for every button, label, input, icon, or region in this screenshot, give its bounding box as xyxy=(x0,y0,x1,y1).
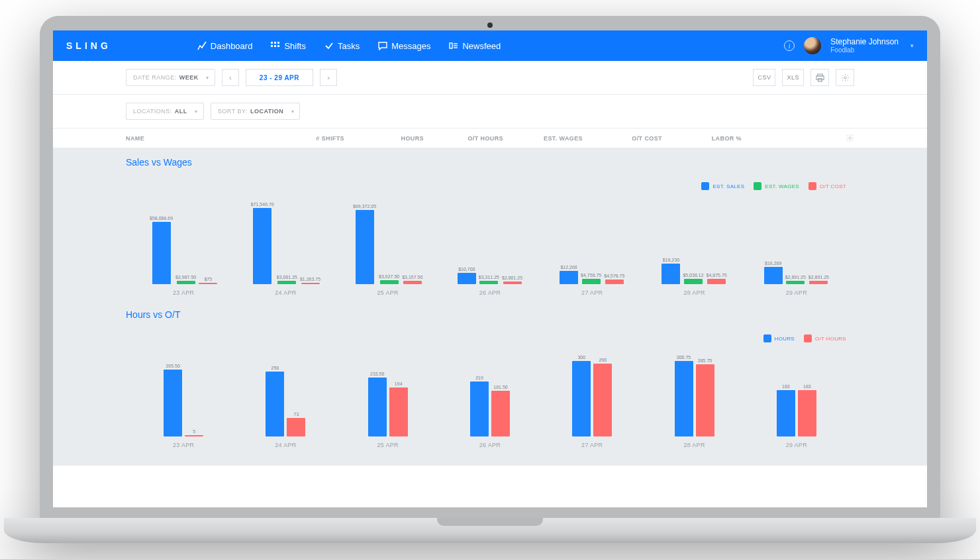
bar: $75 xyxy=(199,277,217,284)
info-icon[interactable]: i xyxy=(784,40,795,51)
bar-value-label: 285.75 xyxy=(698,358,712,363)
bar-value-label: $4,875.75 xyxy=(707,273,727,278)
chat-icon xyxy=(378,41,387,50)
legend-1: EST. SALES EST. WAGES O/T COST xyxy=(134,182,846,190)
bar: $58,086.69 xyxy=(150,216,173,284)
col-est-wages: EST. WAGES xyxy=(503,135,583,142)
bar: $16,289 xyxy=(764,261,783,284)
topbar-right: i Stephanie Johnson Foodlab ▾ xyxy=(784,37,914,54)
export-csv-button[interactable]: CSV xyxy=(753,69,775,86)
bar: 258 xyxy=(266,366,284,436)
bar: $10,700 xyxy=(458,267,476,284)
axis-category-label: 26 APR xyxy=(479,289,501,296)
day-group: $10,700$3,311.25$2,801.2526 APR xyxy=(440,198,540,296)
bar-value-label: $2,801.25 xyxy=(502,276,522,280)
user-name: Stephanie Johnson xyxy=(830,38,899,46)
axis-category-label: 27 APR xyxy=(581,289,603,296)
user-menu[interactable]: Stephanie Johnson Foodlab xyxy=(830,38,899,54)
nav-shifts[interactable]: Shifts xyxy=(271,41,306,51)
date-display[interactable]: 23 - 29 APR xyxy=(246,69,313,86)
print-icon xyxy=(816,74,824,82)
bar: $3,157.50 xyxy=(402,275,422,284)
locations-label: LOCATIONS: xyxy=(133,108,172,115)
day-group: 219181.5026 APR xyxy=(440,350,540,448)
svg-rect-3 xyxy=(271,45,273,47)
svg-rect-11 xyxy=(816,76,823,79)
next-week-button[interactable]: › xyxy=(320,69,337,86)
date-range-select[interactable]: DATE RANGE: WEEK xyxy=(126,69,215,86)
dashboard-icon xyxy=(197,41,207,50)
main-nav: Dashboard Shifts Tasks xyxy=(197,41,501,51)
axis-category-label: 24 APR xyxy=(275,289,296,296)
axis-category-label: 29 APR xyxy=(786,442,807,448)
grid-icon xyxy=(271,41,280,50)
bar-value-label: 183 xyxy=(782,384,790,389)
bar-value-label: $3,627.50 xyxy=(379,274,399,279)
section-title-sales: Sales vs Wages xyxy=(53,148,927,173)
day-group: 18318329 APR xyxy=(747,350,846,448)
bar: 73 xyxy=(287,412,305,436)
svg-rect-4 xyxy=(274,45,276,47)
columns-settings-button[interactable] xyxy=(846,134,854,142)
svg-rect-6 xyxy=(450,43,452,48)
print-button[interactable] xyxy=(810,69,829,86)
day-group: $16,289$2,891.25$2,891.2529 APR xyxy=(747,198,846,296)
check-icon xyxy=(324,41,334,50)
nav-label: Shifts xyxy=(284,41,306,51)
legend-ot-cost: O/T COST xyxy=(808,182,846,190)
bar: $71,546.76 xyxy=(251,202,274,284)
bar: 181.50 xyxy=(491,385,510,436)
svg-rect-2 xyxy=(277,42,279,44)
legend-hours: HOURS xyxy=(763,334,795,342)
bar: $3,001.25 xyxy=(277,275,297,284)
sortby-select[interactable]: SORT BY: LOCATION xyxy=(211,103,301,120)
bar: $1,263.75 xyxy=(300,277,320,284)
bar: 265.50 xyxy=(164,364,182,436)
bar: $4,578.75 xyxy=(604,274,624,284)
bar-value-label: 233.50 xyxy=(370,372,384,376)
bar-value-label: 265.50 xyxy=(166,364,179,368)
gear-icon xyxy=(846,134,854,142)
toolbar-row-1: DATE RANGE: WEEK ‹ 23 - 29 APR › CSV XLS xyxy=(53,61,927,95)
bar: 194 xyxy=(389,381,408,436)
laptop-frame: SLING Dashboard Shifts xyxy=(40,16,940,543)
nav-tasks[interactable]: Tasks xyxy=(324,41,360,51)
avatar[interactable] xyxy=(804,37,821,54)
day-group: 300.75285.7528 APR xyxy=(644,350,744,448)
gear-icon xyxy=(841,74,850,82)
camera-icon xyxy=(487,23,493,28)
bar: 233.50 xyxy=(368,372,387,436)
bar-value-label: 194 xyxy=(395,381,403,386)
day-group: $58,086.69$2,987.50$7523 APR xyxy=(134,198,233,296)
bar-value-label: $4,578.75 xyxy=(604,274,624,278)
bar: $3,627.50 xyxy=(379,274,399,284)
bar: 183 xyxy=(798,384,816,436)
locations-select[interactable]: LOCATIONS: ALL xyxy=(126,103,204,120)
nav-dashboard[interactable]: Dashboard xyxy=(197,41,253,51)
nav-newsfeed[interactable]: Newsfeed xyxy=(449,41,501,51)
axis-category-label: 29 APR xyxy=(786,289,807,296)
bar: $69,372.05 xyxy=(353,204,376,284)
nav-messages[interactable]: Messages xyxy=(378,41,430,51)
svg-rect-1 xyxy=(274,42,276,44)
axis-category-label: 27 APR xyxy=(581,442,603,448)
export-xls-button[interactable]: XLS xyxy=(782,69,804,86)
bar-value-label: 5 xyxy=(193,429,195,434)
bar: $4,758.75 xyxy=(581,273,601,284)
bar: $12,260 xyxy=(560,265,578,284)
bar-value-label: $3,157.50 xyxy=(402,275,422,280)
day-group: 265.50523 APR xyxy=(134,350,233,448)
bar: $2,987.50 xyxy=(175,275,196,284)
locations-value: ALL xyxy=(175,108,187,115)
bar-value-label: 258 xyxy=(271,366,279,370)
bar-value-label: 300.75 xyxy=(677,355,691,360)
settings-button[interactable] xyxy=(836,69,854,86)
bar-value-label: $4,758.75 xyxy=(581,273,601,278)
col-ot-cost: O/T COST xyxy=(583,135,662,142)
section-title-hours: Hours vs O/T xyxy=(53,300,927,325)
legend-est-wages: EST. WAGES xyxy=(754,182,799,190)
bar-value-label: $2,891.25 xyxy=(808,275,829,280)
prev-week-button[interactable]: ‹ xyxy=(222,69,239,86)
bar: 290 xyxy=(593,358,612,436)
app-logo: SLING xyxy=(66,40,111,51)
